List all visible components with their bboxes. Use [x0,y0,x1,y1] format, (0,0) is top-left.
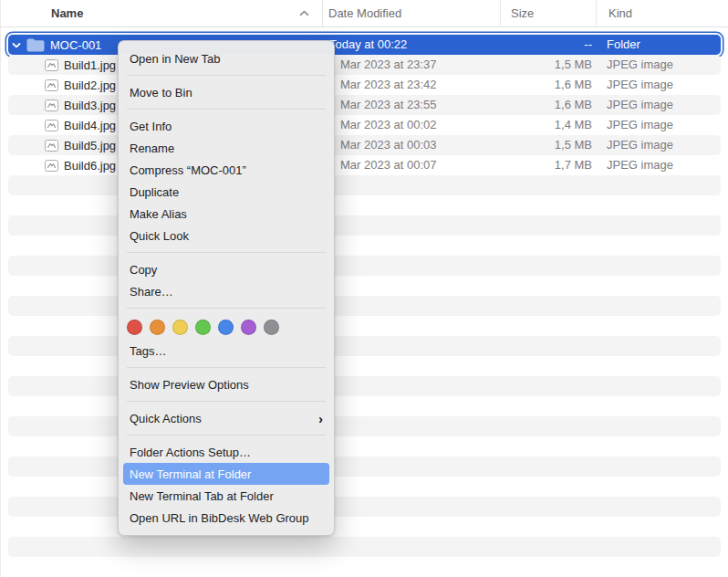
column-header-date-modified[interactable]: Date Modified [322,0,500,26]
menu-item-tags[interactable]: Tags… [123,340,329,362]
menu-item-open-in-new-tab[interactable]: Open in New Tab [123,47,329,69]
file-size: 1,5 MB [501,135,592,155]
empty-row [8,336,721,356]
menu-item-label: Open in New Tab [130,52,221,66]
menu-item-label: New Terminal at Folder [130,467,251,481]
file-date-modified: Mar 2023 at 23:55 [340,95,437,115]
file-kind: JPEG image [607,95,673,115]
context-menu: Open in New TabMove to BinGet InfoRename… [118,40,335,536]
menu-separator [127,435,326,435]
file-row[interactable]: Build6.jpg Mar 2023 at 00:07 1,7 MB JPEG… [8,155,721,175]
sort-ascending-icon[interactable] [299,10,309,16]
menu-item-quick-actions[interactable]: Quick Actions› [123,407,329,429]
disclosure-chevron-down-icon[interactable] [12,42,21,48]
file-size: 1,4 MB [501,115,592,135]
file-kind: Folder [607,35,640,55]
menu-item-label: Quick Look [130,229,189,243]
file-row[interactable]: Build2.jpg Mar 2023 at 23:42 1,6 MB JPEG… [8,75,721,95]
file-date-modified: Mar 2023 at 00:02 [340,115,437,135]
empty-row [8,557,721,577]
menu-item-label: Tags… [130,344,166,358]
tag-purple-icon[interactable] [241,320,256,335]
file-size: 1,7 MB [501,155,592,175]
jpeg-file-icon [45,160,58,172]
menu-item-label: Share… [130,285,173,299]
tag-orange-icon[interactable] [150,320,165,335]
empty-row [8,256,721,276]
menu-item-copy[interactable]: Copy [123,258,329,280]
tag-blue-icon[interactable] [218,320,234,335]
empty-row [8,396,721,416]
tag-red-icon[interactable] [127,320,142,335]
empty-row [8,456,721,477]
file-name-cell: MOC-001 [8,35,101,55]
empty-row [8,497,721,517]
menu-item-label: Folder Actions Setup… [130,446,251,459]
column-header-kind[interactable]: Kind [596,0,728,26]
column-header-name[interactable]: Name [1,0,322,26]
menu-item-share[interactable]: Share… [123,280,329,302]
submenu-chevron-right-icon: › [318,412,323,425]
empty-row [8,276,721,296]
menu-item-label: Quick Actions [130,412,202,425]
menu-item-label: New Terminal Tab at Folder [130,489,274,503]
file-row[interactable]: Build3.jpg Mar 2023 at 23:55 1,6 MB JPEG… [8,95,721,115]
menu-item-get-info[interactable]: Get Info [123,115,329,137]
empty-row [8,537,721,557]
menu-item-label: Compress “MOC-001” [130,163,246,177]
file-name: Build1.jpg [64,58,116,72]
empty-row [8,376,721,396]
menu-item-duplicate[interactable]: Duplicate [123,181,329,203]
menu-item-move-to-bin[interactable]: Move to Bin [123,81,329,103]
empty-row [8,296,721,316]
jpeg-file-icon [45,100,58,111]
file-name-cell: Build2.jpg [8,75,116,95]
menu-item-make-alias[interactable]: Make Alias [123,203,329,225]
menu-separator [127,308,326,309]
file-name-cell: Build3.jpg [8,95,116,115]
tag-yellow-icon[interactable] [172,320,188,335]
menu-item-rename[interactable]: Rename [123,137,329,159]
file-list: MOC-001 Today at 00:22 -- Folder Build1.… [1,27,728,577]
file-size: 1,5 MB [501,55,592,75]
menu-item-folder-actions-setup[interactable]: Folder Actions Setup… [123,441,329,463]
empty-row [8,517,721,537]
file-date-modified: Mar 2023 at 00:03 [340,135,437,155]
jpeg-file-icon [45,140,58,152]
file-name: Build4.jpg [64,119,116,132]
file-kind: JPEG image [607,55,673,75]
menu-item-label: Rename [130,142,174,155]
empty-row [8,195,721,215]
menu-item-new-terminal-at-folder[interactable]: New Terminal at Folder [123,463,329,485]
column-label-size: Size [511,6,534,20]
menu-item-compress-moc-001[interactable]: Compress “MOC-001” [123,159,329,181]
file-kind: JPEG image [607,155,673,175]
menu-item-new-terminal-tab-at-folder[interactable]: New Terminal Tab at Folder [123,485,329,507]
tag-gray-icon[interactable] [264,320,279,335]
menu-item-label: Move to Bin [130,86,192,100]
menu-item-label: Get Info [130,120,172,133]
file-date-modified: Mar 2023 at 00:07 [340,155,437,175]
menu-item-quick-look[interactable]: Quick Look [123,225,329,247]
file-row[interactable]: MOC-001 Today at 00:22 -- Folder [8,35,721,55]
finder-window: Name Date Modified Size Kind MOC-001 Tod… [0,0,728,577]
file-row[interactable]: Build4.jpg Mar 2023 at 00:02 1,4 MB JPEG… [8,115,721,135]
menu-item-show-preview-options[interactable]: Show Preview Options [123,373,329,395]
file-kind: JPEG image [607,135,673,155]
folder-icon [26,38,45,52]
tag-green-icon[interactable] [195,320,211,335]
file-name: Build2.jpg [64,79,116,92]
menu-separator [127,75,326,76]
menu-item-open-url-in-bibdesk-web-group[interactable]: Open URL in BibDesk Web Group [123,507,329,529]
file-name-cell: Build1.jpg [8,55,116,75]
column-label-name: Name [51,6,83,20]
empty-row [8,215,721,236]
list-header: Name Date Modified Size Kind [1,0,728,27]
menu-item-label: Make Alias [130,207,187,221]
file-row[interactable]: Build1.jpg Mar 2023 at 23:37 1,5 MB JPEG… [8,55,721,75]
column-header-size[interactable]: Size [500,0,596,26]
jpeg-file-icon [45,59,58,71]
tag-color-row [123,314,329,340]
file-kind: JPEG image [607,115,673,135]
file-row[interactable]: Build5.jpg Mar 2023 at 00:03 1,5 MB JPEG… [8,135,721,155]
